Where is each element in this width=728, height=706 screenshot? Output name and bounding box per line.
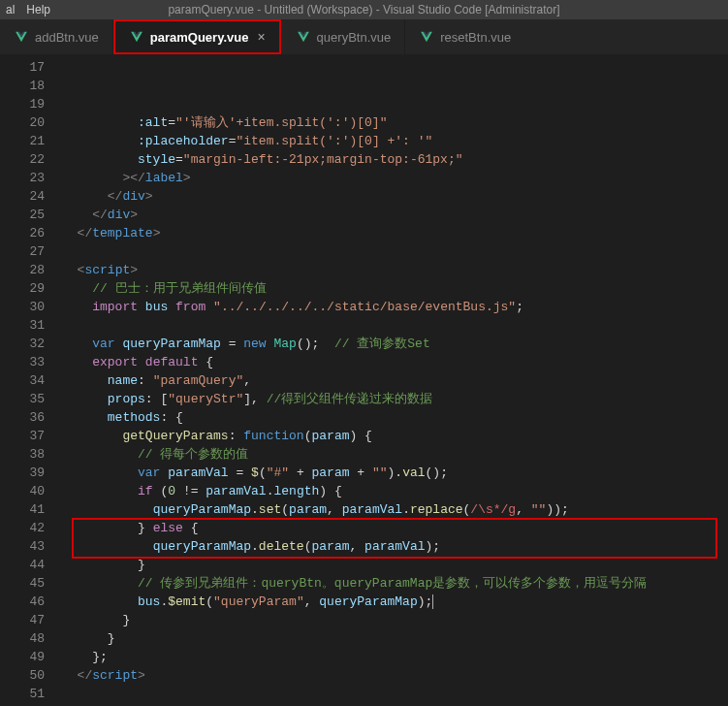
- code-line: if (0 != paramVal.length) {: [62, 482, 728, 500]
- line-number: 39: [0, 464, 45, 482]
- code-line: </template>: [62, 224, 728, 242]
- line-number: 44: [0, 556, 45, 574]
- window-title: paramQuery.vue - Untitled (Workspace) - …: [168, 3, 559, 16]
- code-line: queryParamMap.set(param, paramVal.replac…: [62, 500, 728, 519]
- tab-label: paramQuery.vue: [150, 30, 249, 45]
- line-number: 38: [0, 445, 45, 464]
- code-line: // 巴士：用于兄弟组件间传值: [62, 279, 728, 298]
- line-number-gutter: 1718192021222324252627282930313233343536…: [0, 54, 56, 706]
- line-number: 46: [0, 593, 45, 611]
- code-line: }: [62, 629, 728, 648]
- code-line: [62, 316, 728, 335]
- line-number: 43: [0, 537, 45, 556]
- line-number: 47: [0, 611, 45, 629]
- code-line: :placeholder="item.split(':')[0] +': '": [62, 132, 728, 150]
- line-number: 37: [0, 427, 45, 445]
- editor[interactable]: 1718192021222324252627282930313233343536…: [0, 54, 728, 706]
- highlight-box: [72, 518, 717, 559]
- line-number: 24: [0, 187, 45, 206]
- line-number: 33: [0, 353, 45, 371]
- code-line: props: ["queryStr"], //得到父组件传递过来的数据: [62, 390, 728, 408]
- code-line: :alt="'请输入'+item.split(':')[0]": [62, 113, 728, 132]
- line-number: 25: [0, 206, 45, 224]
- line-number: 22: [0, 150, 45, 169]
- line-number: 48: [0, 629, 45, 648]
- line-number: 35: [0, 390, 45, 408]
- line-number: 34: [0, 371, 45, 390]
- line-number: 50: [0, 666, 45, 685]
- code-line: getQueryParams: function(param) {: [62, 427, 728, 445]
- close-icon[interactable]: ×: [257, 29, 265, 45]
- line-number: 36: [0, 408, 45, 427]
- line-number: 18: [0, 77, 45, 95]
- line-number: 26: [0, 224, 45, 242]
- tab-resetbtn[interactable]: resetBtn.vue: [405, 19, 524, 54]
- code-line: [62, 685, 728, 703]
- vue-file-icon: [14, 29, 29, 45]
- vue-file-icon: [296, 29, 311, 45]
- code-line: export default {: [62, 353, 728, 371]
- code-line: </div>: [62, 206, 728, 224]
- code-line: bus.$emit("queryParam", queryParamMap);: [62, 593, 728, 611]
- vue-file-icon: [129, 29, 144, 45]
- code-line: // 得每个参数的值: [62, 445, 728, 464]
- line-number: 20: [0, 113, 45, 132]
- code-line: }: [62, 611, 728, 629]
- line-number: 45: [0, 574, 45, 593]
- tab-querybtn[interactable]: queryBtn.vue: [282, 19, 405, 54]
- line-number: 42: [0, 519, 45, 537]
- tab-label: queryBtn.vue: [317, 30, 392, 45]
- line-number: 41: [0, 500, 45, 519]
- line-number: 49: [0, 648, 45, 666]
- code-line: name: "paramQuery",: [62, 371, 728, 390]
- line-number: 27: [0, 242, 45, 261]
- code-line: <script>: [62, 261, 728, 279]
- code-area[interactable]: :alt="'请输入'+item.split(':')[0]" :placeho…: [56, 54, 728, 706]
- vue-file-icon: [419, 29, 434, 45]
- menu-item-al[interactable]: al: [6, 3, 15, 16]
- code-line: </script>: [62, 666, 728, 685]
- line-number: 51: [0, 685, 45, 703]
- text-cursor: [432, 594, 433, 609]
- menu-bar: al Help paramQuery.vue - Untitled (Works…: [0, 0, 728, 19]
- code-line: methods: {: [62, 408, 728, 427]
- tab-label: resetBtn.vue: [440, 30, 511, 45]
- menu-item-help[interactable]: Help: [26, 3, 50, 16]
- line-number: 40: [0, 482, 45, 500]
- code-line: var queryParamMap = new Map(); // 查询参数Se…: [62, 335, 728, 353]
- code-line: };: [62, 648, 728, 666]
- line-number: 30: [0, 298, 45, 316]
- line-number: 31: [0, 316, 45, 335]
- code-line: // 传参到兄弟组件：queryBtn。queryParamMap是参数，可以传…: [62, 574, 728, 593]
- code-line: var paramVal = $("#" + param + "").val()…: [62, 464, 728, 482]
- line-number: 17: [0, 58, 45, 77]
- tab-addbtn[interactable]: addBtn.vue: [0, 19, 112, 54]
- code-line: [62, 242, 728, 261]
- line-number: 29: [0, 279, 45, 298]
- line-number: 19: [0, 95, 45, 113]
- tab-label: addBtn.vue: [35, 30, 99, 45]
- code-line: style="margin-left:-21px;margin-top:-61p…: [62, 150, 728, 169]
- line-number: 21: [0, 132, 45, 150]
- code-line: </div>: [62, 187, 728, 206]
- line-number: 23: [0, 169, 45, 187]
- tab-paramquery[interactable]: paramQuery.vue ×: [113, 19, 281, 54]
- code-line: import bus from "../../../../../static/b…: [62, 298, 728, 316]
- code-line: ></label>: [62, 169, 728, 187]
- line-number: 32: [0, 335, 45, 353]
- tab-bar: addBtn.vue paramQuery.vue × queryBtn.vue…: [0, 19, 728, 54]
- line-number: 28: [0, 261, 45, 279]
